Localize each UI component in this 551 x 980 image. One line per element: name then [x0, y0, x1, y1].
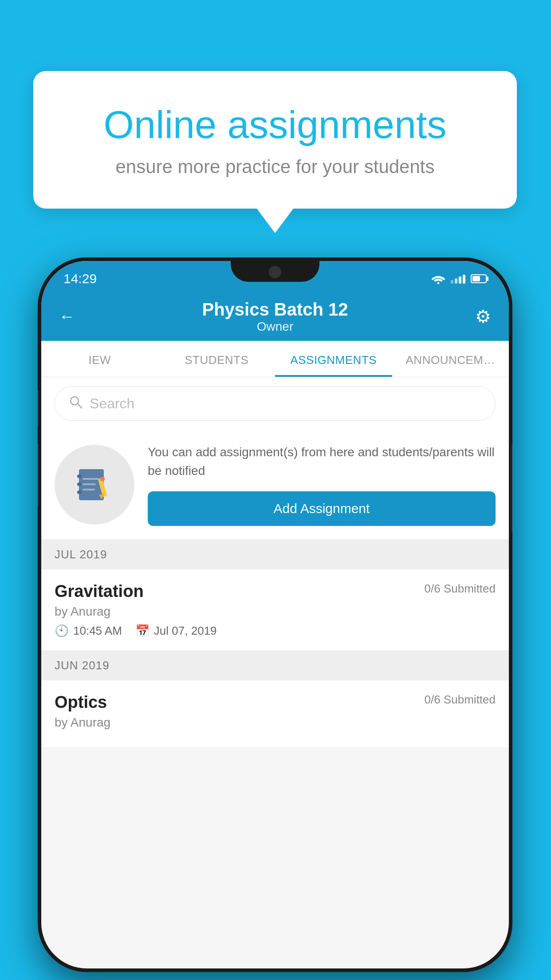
- svg-rect-6: [77, 490, 82, 494]
- tab-students[interactable]: STUDENTS: [158, 341, 276, 377]
- tab-announcements[interactable]: ANNOUNCEM…: [392, 341, 509, 377]
- back-button[interactable]: ←: [59, 307, 75, 326]
- settings-icon[interactable]: ⚙: [475, 306, 491, 327]
- power-button[interactable]: [512, 444, 512, 533]
- status-time: 14:29: [63, 271, 97, 286]
- phone-frame: 14:29: [38, 257, 512, 972]
- assignment-date-value: Jul 07, 2019: [154, 624, 217, 638]
- tab-assignments[interactable]: ASSIGNMENTS: [275, 341, 392, 377]
- assignment-submitted-optics: 0/6 Submitted: [425, 693, 496, 707]
- assignment-name-optics: Optics: [55, 693, 107, 712]
- add-assignment-button[interactable]: Add Assignment: [148, 491, 496, 526]
- bubble-title: Online assignments: [69, 102, 481, 147]
- volume-down-button[interactable]: [38, 444, 39, 506]
- volume-up-button[interactable]: [38, 391, 39, 426]
- month-label-jul: JUL 2019: [55, 548, 107, 561]
- front-camera: [269, 266, 281, 278]
- assignment-time-value: 10:45 AM: [73, 624, 122, 638]
- battery-icon: [471, 274, 487, 283]
- search-placeholder: Search: [90, 395, 134, 412]
- month-section-jul: JUL 2019: [41, 540, 509, 569]
- assignment-submitted: 0/6 Submitted: [425, 582, 496, 596]
- assignment-header: Gravitation 0/6 Submitted: [55, 582, 496, 601]
- header-center: Physics Batch 12 Owner: [202, 300, 348, 334]
- assignment-author-optics: by Anurag: [55, 715, 496, 730]
- speech-bubble: Online assignments ensure more practice …: [33, 71, 517, 209]
- battery-fill: [472, 276, 480, 281]
- header-subtitle: Owner: [202, 320, 348, 334]
- assignment-name: Gravitation: [55, 582, 144, 601]
- phone-screen: 14:29: [41, 261, 509, 968]
- svg-rect-7: [83, 478, 98, 480]
- notebook-icon-circle: [55, 445, 134, 525]
- clock-icon: 🕙: [55, 624, 69, 638]
- assignment-item-optics[interactable]: Optics 0/6 Submitted by Anurag: [41, 680, 509, 748]
- month-section-jun: JUN 2019: [41, 651, 509, 680]
- assignment-item-gravitation[interactable]: Gravitation 0/6 Submitted by Anurag 🕙 10…: [41, 569, 509, 651]
- app-header: ← Physics Batch 12 Owner ⚙: [41, 292, 509, 341]
- svg-rect-9: [83, 489, 95, 490]
- tab-bar: IEW STUDENTS ASSIGNMENTS ANNOUNCEM…: [41, 341, 509, 377]
- content-area: Search: [41, 377, 509, 748]
- tab-overview[interactable]: IEW: [41, 341, 158, 377]
- month-label-jun: JUN 2019: [55, 659, 110, 672]
- signal-icon: [451, 274, 465, 284]
- notebook-icon: [75, 465, 114, 505]
- assignment-time: 🕙 10:45 AM: [55, 624, 122, 638]
- search-icon: [68, 395, 83, 412]
- svg-rect-8: [83, 483, 96, 485]
- svg-line-2: [78, 404, 82, 408]
- bubble-subtitle: ensure more practice for your students: [69, 156, 481, 178]
- assignment-author: by Anurag: [55, 605, 496, 619]
- calendar-icon: 📅: [135, 624, 150, 638]
- assignment-header-optics: Optics 0/6 Submitted: [55, 693, 496, 712]
- info-card: You can add assignment(s) from here and …: [41, 430, 509, 540]
- info-card-content: You can add assignment(s) from here and …: [148, 443, 496, 526]
- info-card-description: You can add assignment(s) from here and …: [148, 443, 496, 480]
- wifi-icon: [431, 273, 445, 284]
- svg-point-0: [437, 282, 440, 285]
- status-icons: [431, 273, 487, 284]
- search-bar[interactable]: Search: [55, 386, 496, 421]
- assignment-date: 📅 Jul 07, 2019: [135, 624, 217, 638]
- assignment-meta: 🕙 10:45 AM 📅 Jul 07, 2019: [55, 624, 496, 638]
- header-title: Physics Batch 12: [202, 300, 348, 320]
- phone-notch: [231, 257, 319, 282]
- svg-rect-4: [77, 474, 82, 478]
- svg-rect-5: [77, 482, 82, 486]
